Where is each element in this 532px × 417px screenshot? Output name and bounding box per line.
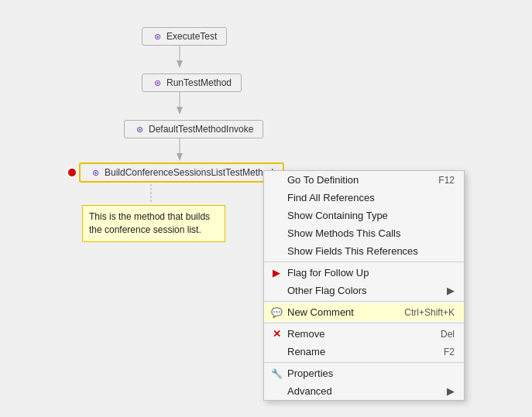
rename-item[interactable]: Rename F2 xyxy=(264,343,464,361)
build-conference-label: BuildConferenceSessionsListTestMethod xyxy=(105,167,273,178)
remove-label: Remove xyxy=(287,328,324,340)
default-test-icon: ⊛ xyxy=(134,124,145,135)
new-comment-shortcut: Ctrl+Shift+K xyxy=(389,307,455,318)
show-containing-type-label: Show Containing Type xyxy=(287,210,388,221)
find-all-references-label: Find All References xyxy=(287,192,375,203)
find-all-references-item[interactable]: Find All References xyxy=(264,189,464,207)
svg-marker-5 xyxy=(177,153,183,161)
tooltip-box: This is the method that builds the confe… xyxy=(82,205,225,242)
remove-x-icon: ✕ xyxy=(270,328,283,340)
svg-marker-1 xyxy=(177,60,183,68)
execute-test-node[interactable]: ⊛ ExecuteTest xyxy=(142,27,227,46)
flag-red-icon: ▶ xyxy=(270,267,283,279)
go-to-definition-item[interactable]: Go To Definition F12 xyxy=(264,171,464,189)
new-comment-item[interactable]: 💬 New Comment Ctrl+Shift+K xyxy=(264,303,464,321)
flag-follow-up-label: Flag for Follow Up xyxy=(287,267,369,279)
rename-label: Rename xyxy=(287,346,325,357)
execute-test-label: ExecuteTest xyxy=(166,31,217,42)
new-comment-label: New Comment xyxy=(287,306,354,318)
context-menu: Go To Definition F12 Find All References… xyxy=(263,170,465,401)
show-methods-calls-label: Show Methods This Calls xyxy=(287,227,400,239)
execute-test-icon: ⊛ xyxy=(152,31,163,42)
separator-3 xyxy=(264,323,464,323)
show-fields-references-label: Show Fields This References xyxy=(287,245,418,257)
wrench-icon: 🔧 xyxy=(270,367,283,380)
other-flag-colors-label: Other Flag Colors xyxy=(287,285,367,296)
advanced-arrow-icon: ▶ xyxy=(447,385,455,397)
go-to-definition-shortcut: F12 xyxy=(423,175,455,186)
svg-marker-3 xyxy=(177,107,183,115)
separator-1 xyxy=(264,261,464,262)
properties-label: Properties xyxy=(287,367,333,379)
advanced-item[interactable]: Advanced ▶ xyxy=(264,382,464,400)
go-to-definition-label: Go To Definition xyxy=(287,174,359,186)
build-conference-node[interactable]: ⊛ BuildConferenceSessionsListTestMethod xyxy=(79,162,284,183)
run-test-method-label: RunTestMethod xyxy=(166,77,232,88)
other-flag-colors-item[interactable]: Other Flag Colors ▶ xyxy=(264,282,464,299)
rename-shortcut: F2 xyxy=(428,347,455,357)
separator-4 xyxy=(264,362,464,363)
other-flag-arrow-icon: ▶ xyxy=(447,285,455,296)
build-node-dot xyxy=(68,169,76,176)
run-test-method-node[interactable]: ⊛ RunTestMethod xyxy=(142,73,242,92)
default-test-label: DefaultTestMethodInvoke xyxy=(149,124,253,135)
run-test-method-icon: ⊛ xyxy=(152,77,163,88)
show-methods-calls-item[interactable]: Show Methods This Calls xyxy=(264,224,464,242)
flag-follow-up-item[interactable]: ▶ Flag for Follow Up xyxy=(264,264,464,282)
show-fields-references-item[interactable]: Show Fields This References xyxy=(264,242,464,260)
build-icon: ⊛ xyxy=(90,167,101,178)
default-test-method-node[interactable]: ⊛ DefaultTestMethodInvoke xyxy=(124,120,263,138)
remove-shortcut: Del xyxy=(425,329,455,340)
show-containing-type-item[interactable]: Show Containing Type xyxy=(264,207,464,224)
comment-icon: 💬 xyxy=(270,306,283,319)
advanced-label: Advanced xyxy=(287,385,332,397)
properties-item[interactable]: 🔧 Properties xyxy=(264,364,464,382)
diagram-area: ⊛ ExecuteTest ⊛ RunTestMethod ⊛ DefaultT… xyxy=(0,0,532,417)
remove-item[interactable]: ✕ Remove Del xyxy=(264,325,464,343)
separator-2 xyxy=(264,301,464,302)
tooltip-text: This is the method that builds the confe… xyxy=(89,211,210,235)
